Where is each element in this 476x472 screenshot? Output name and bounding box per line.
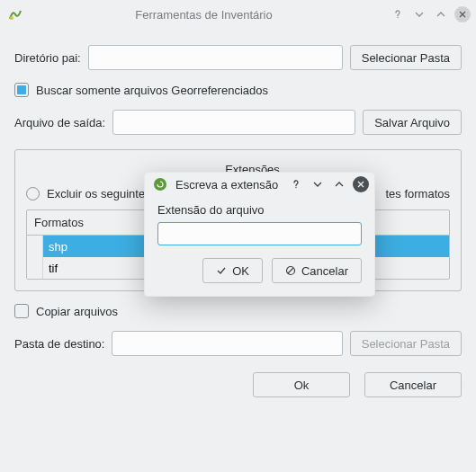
svg-point-1 (154, 178, 166, 191)
cancel-icon (285, 265, 296, 276)
extension-dialog: Escreva a extensão Extensão do arquivo O… (144, 172, 375, 297)
app-logo-icon (152, 176, 168, 192)
dialog-ok-button[interactable]: OK (202, 258, 263, 283)
dialog-cancel-button[interactable]: Cancelar (272, 258, 362, 283)
extension-field-label: Extensão do arquivo (157, 203, 362, 217)
chevron-down-icon[interactable] (310, 176, 326, 192)
help-icon[interactable] (288, 176, 304, 192)
check-icon (216, 265, 227, 276)
chevron-up-icon[interactable] (331, 176, 347, 192)
dialog-close-button[interactable] (353, 176, 369, 192)
close-icon (353, 176, 369, 192)
extension-input[interactable] (157, 222, 362, 245)
dialog-title: Escreva a extensão (175, 178, 283, 191)
